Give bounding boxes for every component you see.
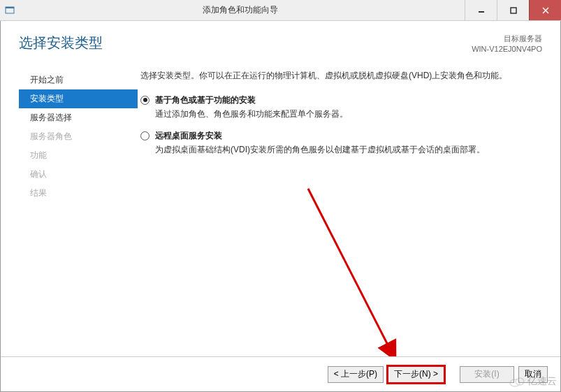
- watermark: 亿速云: [509, 375, 557, 388]
- sidebar-item-before-begin[interactable]: 开始之前: [19, 71, 138, 89]
- maximize-button[interactable]: [497, 0, 529, 20]
- content-area: 选择安装类型。你可以在正在运行的物理计算机、虚拟机或脱机虚拟硬盘(VHD)上安装…: [138, 69, 542, 203]
- app-icon: [4, 5, 15, 16]
- dest-server-label: 目标服务器: [472, 34, 542, 44]
- svg-line-6: [308, 189, 395, 360]
- main-row: 开始之前 安装类型 服务器选择 服务器角色 功能 确认 结果 选择安装类型。你可…: [1, 62, 560, 203]
- window-body: 选择安装类型 目标服务器 WIN-V12EJ0NV4PO 开始之前 安装类型 服…: [0, 21, 561, 392]
- sidebar-item-server-roles: 服务器角色: [19, 127, 138, 146]
- titlebar: 添加角色和功能向导: [0, 0, 561, 21]
- next-button[interactable]: 下一步(N) >: [388, 366, 444, 383]
- annotation-arrow: [301, 182, 413, 377]
- minimize-button[interactable]: [465, 0, 497, 20]
- option-remote-desktop[interactable]: 远程桌面服务安装 为虚拟桌面基础结构(VDI)安装所需的角色服务以创建基于虚拟机…: [140, 130, 542, 156]
- sidebar-item-server-selection[interactable]: 服务器选择: [19, 108, 138, 127]
- option-role-based[interactable]: 基于角色或基于功能的安装 通过添加角色、角色服务和功能来配置单个服务器。: [140, 94, 542, 120]
- window-controls: [465, 0, 561, 20]
- option-body: 基于角色或基于功能的安装 通过添加角色、角色服务和功能来配置单个服务器。: [155, 94, 542, 120]
- option-body: 远程桌面服务安装 为虚拟桌面基础结构(VDI)安装所需的角色服务以创建基于虚拟机…: [155, 130, 542, 156]
- header-row: 选择安装类型 目标服务器 WIN-V12EJ0NV4PO: [1, 21, 560, 62]
- close-button[interactable]: [529, 0, 561, 20]
- sidebar: 开始之前 安装类型 服务器选择 服务器角色 功能 确认 结果: [19, 69, 138, 203]
- dest-server-value: WIN-V12EJ0NV4PO: [472, 44, 542, 55]
- option-title: 基于角色或基于功能的安装: [155, 94, 542, 106]
- watermark-text: 亿速云: [527, 375, 557, 388]
- option-desc: 通过添加角色、角色服务和功能来配置单个服务器。: [155, 108, 542, 120]
- page-title: 选择安装类型: [19, 34, 472, 52]
- sidebar-item-install-type[interactable]: 安装类型: [19, 89, 138, 108]
- intro-text: 选择安装类型。你可以在正在运行的物理计算机、虚拟机或脱机虚拟硬盘(VHD)上安装…: [140, 69, 542, 82]
- option-title: 远程桌面服务安装: [155, 130, 542, 142]
- svg-rect-3: [511, 8, 516, 13]
- svg-rect-1: [6, 7, 14, 8]
- destination-server: 目标服务器 WIN-V12EJ0NV4PO: [472, 34, 542, 55]
- radio-remote-desktop[interactable]: [140, 131, 150, 140]
- sidebar-item-results: 结果: [19, 184, 138, 203]
- radio-role-based[interactable]: [140, 96, 150, 105]
- sidebar-item-features: 功能: [19, 146, 138, 165]
- install-button: 安装(I): [460, 366, 514, 383]
- prev-button[interactable]: < 上一步(P): [328, 366, 384, 383]
- window-title: 添加角色和功能向导: [15, 4, 465, 16]
- svg-point-7: [510, 379, 520, 386]
- sidebar-item-confirm: 确认: [19, 165, 138, 184]
- option-desc: 为虚拟桌面基础结构(VDI)安装所需的角色服务以创建基于虚拟机或基于会话的桌面部…: [155, 143, 542, 156]
- footer: < 上一步(P) 下一步(N) > 安装(I) 取消: [1, 356, 560, 391]
